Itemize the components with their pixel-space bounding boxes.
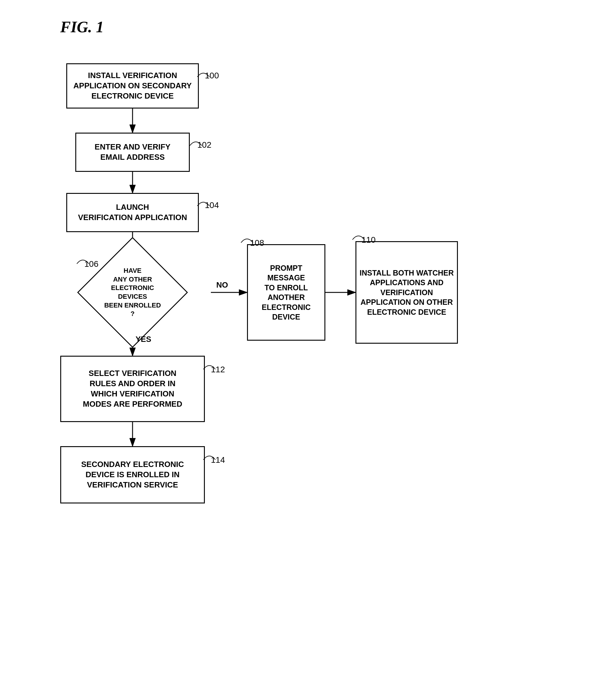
box-102: ENTER AND VERIFY EMAIL ADDRESS (75, 133, 190, 172)
no-label: NO (216, 280, 228, 290)
box-112: SELECT VERIFICATION RULES AND ORDER IN W… (60, 356, 205, 422)
box-110: INSTALL BOTH WATCHER APPLICATIONS AND VE… (355, 241, 458, 344)
box-108: PROMPT MESSAGE TO ENROLL ANOTHER ELECTRO… (247, 244, 325, 341)
yes-label: YES (135, 335, 151, 344)
box-104: LAUNCH VERIFICATION APPLICATION (66, 193, 199, 232)
box-114: SECONDARY ELECTRONIC DEVICE IS ENROLLED … (60, 446, 205, 503)
page-title: FIG. 1 (60, 18, 104, 36)
diamond-106: HAVE ANY OTHER ELECTRONIC DEVICES BEEN E… (93, 253, 172, 332)
box-100: INSTALL VERIFICATION APPLICATION ON SECO… (66, 63, 199, 108)
